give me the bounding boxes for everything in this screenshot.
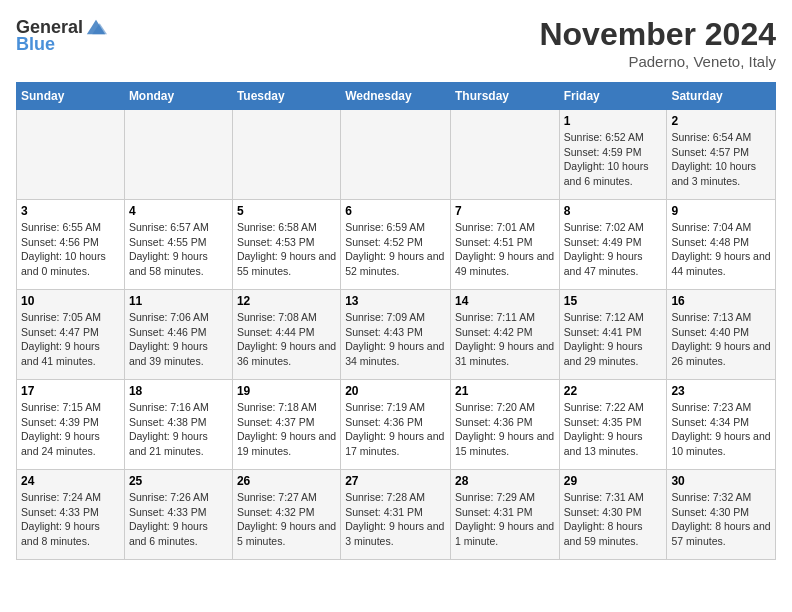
day-number: 26 [237,474,336,488]
column-header-saturday: Saturday [667,83,776,110]
day-number: 5 [237,204,336,218]
day-number: 21 [455,384,555,398]
calendar-cell: 9Sunrise: 7:04 AM Sunset: 4:48 PM Daylig… [667,200,776,290]
day-number: 22 [564,384,663,398]
day-info: Sunrise: 7:20 AM Sunset: 4:36 PM Dayligh… [455,400,555,459]
day-info: Sunrise: 7:08 AM Sunset: 4:44 PM Dayligh… [237,310,336,369]
calendar-cell: 27Sunrise: 7:28 AM Sunset: 4:31 PM Dayli… [341,470,451,560]
day-number: 29 [564,474,663,488]
day-info: Sunrise: 7:09 AM Sunset: 4:43 PM Dayligh… [345,310,446,369]
day-info: Sunrise: 7:27 AM Sunset: 4:32 PM Dayligh… [237,490,336,549]
calendar-cell: 21Sunrise: 7:20 AM Sunset: 4:36 PM Dayli… [450,380,559,470]
day-info: Sunrise: 7:29 AM Sunset: 4:31 PM Dayligh… [455,490,555,549]
calendar-cell: 22Sunrise: 7:22 AM Sunset: 4:35 PM Dayli… [559,380,667,470]
column-header-monday: Monday [124,83,232,110]
day-number: 23 [671,384,771,398]
title-block: November 2024 Paderno, Veneto, Italy [539,16,776,70]
calendar-cell: 16Sunrise: 7:13 AM Sunset: 4:40 PM Dayli… [667,290,776,380]
day-info: Sunrise: 7:05 AM Sunset: 4:47 PM Dayligh… [21,310,120,369]
logo-blue: Blue [16,34,55,55]
calendar-cell: 25Sunrise: 7:26 AM Sunset: 4:33 PM Dayli… [124,470,232,560]
day-info: Sunrise: 7:16 AM Sunset: 4:38 PM Dayligh… [129,400,228,459]
day-number: 7 [455,204,555,218]
day-number: 2 [671,114,771,128]
day-info: Sunrise: 6:54 AM Sunset: 4:57 PM Dayligh… [671,130,771,189]
day-number: 4 [129,204,228,218]
day-number: 27 [345,474,446,488]
calendar-cell: 8Sunrise: 7:02 AM Sunset: 4:49 PM Daylig… [559,200,667,290]
day-number: 15 [564,294,663,308]
calendar-cell: 13Sunrise: 7:09 AM Sunset: 4:43 PM Dayli… [341,290,451,380]
day-number: 8 [564,204,663,218]
calendar-header-row: SundayMondayTuesdayWednesdayThursdayFrid… [17,83,776,110]
day-info: Sunrise: 6:52 AM Sunset: 4:59 PM Dayligh… [564,130,663,189]
day-number: 28 [455,474,555,488]
day-info: Sunrise: 7:32 AM Sunset: 4:30 PM Dayligh… [671,490,771,549]
day-info: Sunrise: 7:18 AM Sunset: 4:37 PM Dayligh… [237,400,336,459]
day-info: Sunrise: 7:28 AM Sunset: 4:31 PM Dayligh… [345,490,446,549]
calendar-cell: 5Sunrise: 6:58 AM Sunset: 4:53 PM Daylig… [232,200,340,290]
calendar-cell: 12Sunrise: 7:08 AM Sunset: 4:44 PM Dayli… [232,290,340,380]
column-header-tuesday: Tuesday [232,83,340,110]
calendar-cell [17,110,125,200]
calendar-cell: 29Sunrise: 7:31 AM Sunset: 4:30 PM Dayli… [559,470,667,560]
day-number: 14 [455,294,555,308]
calendar-table: SundayMondayTuesdayWednesdayThursdayFrid… [16,82,776,560]
calendar-cell [341,110,451,200]
day-info: Sunrise: 7:22 AM Sunset: 4:35 PM Dayligh… [564,400,663,459]
day-number: 1 [564,114,663,128]
logo: General Blue [16,16,107,55]
calendar-week-row: 10Sunrise: 7:05 AM Sunset: 4:47 PM Dayli… [17,290,776,380]
column-header-friday: Friday [559,83,667,110]
day-number: 30 [671,474,771,488]
day-info: Sunrise: 7:26 AM Sunset: 4:33 PM Dayligh… [129,490,228,549]
day-info: Sunrise: 6:59 AM Sunset: 4:52 PM Dayligh… [345,220,446,279]
day-info: Sunrise: 7:06 AM Sunset: 4:46 PM Dayligh… [129,310,228,369]
day-number: 19 [237,384,336,398]
column-header-wednesday: Wednesday [341,83,451,110]
day-number: 11 [129,294,228,308]
calendar-cell: 15Sunrise: 7:12 AM Sunset: 4:41 PM Dayli… [559,290,667,380]
calendar-cell: 3Sunrise: 6:55 AM Sunset: 4:56 PM Daylig… [17,200,125,290]
day-number: 13 [345,294,446,308]
day-info: Sunrise: 7:02 AM Sunset: 4:49 PM Dayligh… [564,220,663,279]
calendar-cell [232,110,340,200]
calendar-cell [450,110,559,200]
calendar-cell: 23Sunrise: 7:23 AM Sunset: 4:34 PM Dayli… [667,380,776,470]
day-number: 20 [345,384,446,398]
calendar-week-row: 1Sunrise: 6:52 AM Sunset: 4:59 PM Daylig… [17,110,776,200]
day-info: Sunrise: 7:31 AM Sunset: 4:30 PM Dayligh… [564,490,663,549]
day-info: Sunrise: 7:04 AM Sunset: 4:48 PM Dayligh… [671,220,771,279]
day-info: Sunrise: 7:15 AM Sunset: 4:39 PM Dayligh… [21,400,120,459]
day-number: 6 [345,204,446,218]
logo-icon [85,16,107,38]
calendar-cell: 20Sunrise: 7:19 AM Sunset: 4:36 PM Dayli… [341,380,451,470]
calendar-week-row: 24Sunrise: 7:24 AM Sunset: 4:33 PM Dayli… [17,470,776,560]
day-info: Sunrise: 7:01 AM Sunset: 4:51 PM Dayligh… [455,220,555,279]
day-number: 16 [671,294,771,308]
calendar-week-row: 17Sunrise: 7:15 AM Sunset: 4:39 PM Dayli… [17,380,776,470]
day-number: 24 [21,474,120,488]
calendar-cell: 4Sunrise: 6:57 AM Sunset: 4:55 PM Daylig… [124,200,232,290]
day-number: 25 [129,474,228,488]
day-number: 9 [671,204,771,218]
month-title: November 2024 [539,16,776,53]
day-number: 12 [237,294,336,308]
day-info: Sunrise: 7:19 AM Sunset: 4:36 PM Dayligh… [345,400,446,459]
calendar-cell: 10Sunrise: 7:05 AM Sunset: 4:47 PM Dayli… [17,290,125,380]
calendar-cell: 6Sunrise: 6:59 AM Sunset: 4:52 PM Daylig… [341,200,451,290]
calendar-cell: 7Sunrise: 7:01 AM Sunset: 4:51 PM Daylig… [450,200,559,290]
day-info: Sunrise: 6:58 AM Sunset: 4:53 PM Dayligh… [237,220,336,279]
page-header: General Blue November 2024 Paderno, Vene… [16,16,776,70]
day-info: Sunrise: 7:23 AM Sunset: 4:34 PM Dayligh… [671,400,771,459]
calendar-cell: 26Sunrise: 7:27 AM Sunset: 4:32 PM Dayli… [232,470,340,560]
calendar-cell: 18Sunrise: 7:16 AM Sunset: 4:38 PM Dayli… [124,380,232,470]
column-header-thursday: Thursday [450,83,559,110]
day-number: 18 [129,384,228,398]
calendar-cell: 17Sunrise: 7:15 AM Sunset: 4:39 PM Dayli… [17,380,125,470]
calendar-cell: 14Sunrise: 7:11 AM Sunset: 4:42 PM Dayli… [450,290,559,380]
day-info: Sunrise: 7:13 AM Sunset: 4:40 PM Dayligh… [671,310,771,369]
location-subtitle: Paderno, Veneto, Italy [539,53,776,70]
day-info: Sunrise: 7:12 AM Sunset: 4:41 PM Dayligh… [564,310,663,369]
column-header-sunday: Sunday [17,83,125,110]
